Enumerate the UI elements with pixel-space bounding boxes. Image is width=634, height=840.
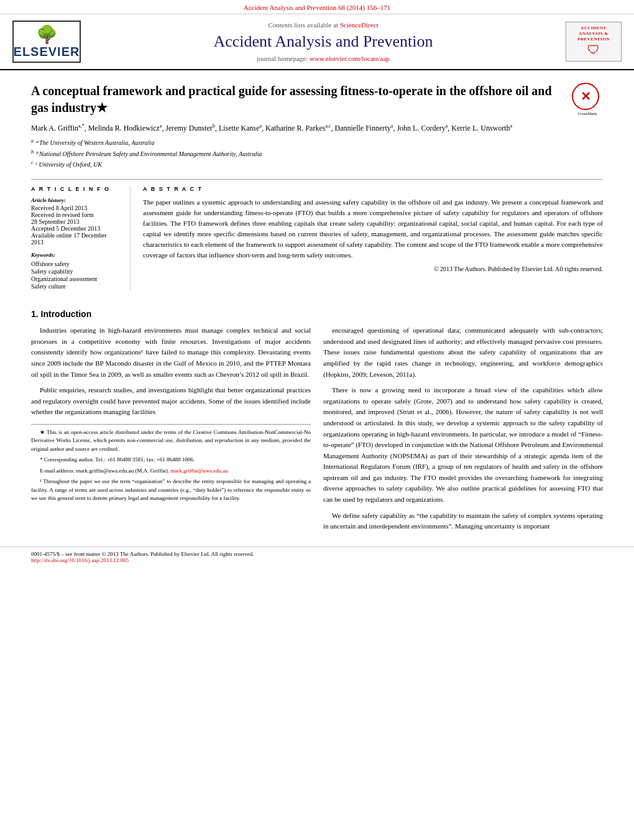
keyword-2: Safety capability bbox=[31, 268, 121, 275]
revised-date: 28 September 2013 bbox=[31, 218, 121, 225]
affiliation-a: a ᵃ The University of Western Australia,… bbox=[31, 137, 603, 148]
contents-line: Contents lists available at ScienceDirec… bbox=[93, 21, 553, 29]
footnote-1: ¹ Throughout the paper we use the term “… bbox=[31, 478, 311, 503]
footer-license: 0001-4575/$ – see front matter © 2013 Th… bbox=[31, 551, 603, 557]
badge-title: ACCIDENTANALYSIS &PREVENTION bbox=[577, 25, 610, 42]
article-title: A conceptual framework and practical gui… bbox=[31, 83, 559, 116]
crossmark-label: CrossMark bbox=[572, 111, 603, 116]
info-abstract-row: A R T I C L E I N F O Article history: R… bbox=[31, 179, 603, 290]
available-date: Available online 17 December 2013 bbox=[31, 232, 121, 246]
page-footer: 0001-4575/$ – see front matter © 2013 Th… bbox=[0, 547, 634, 567]
received-revised-label: Received in revised form bbox=[31, 211, 121, 218]
body-columns: Industries operating in high-hazard envi… bbox=[31, 325, 603, 537]
affiliation-b: b ᵇ National Offshore Petroleum Safety a… bbox=[31, 149, 603, 159]
journal-title-area: Contents lists available at ScienceDirec… bbox=[81, 21, 566, 62]
homepage-line: journal homepage: www.elsevier.com/locat… bbox=[93, 55, 553, 62]
footnote-area: ★ This is an open-access article distrib… bbox=[31, 424, 311, 503]
footer-doi: http://dx.doi.org/10.1016/j.aap.2013.12.… bbox=[31, 557, 603, 563]
crossmark-badge-area: ✕ CrossMark bbox=[572, 83, 603, 116]
homepage-link[interactable]: www.elsevier.com/locate/aap bbox=[310, 55, 390, 62]
elsevier-name: ELSEVIER bbox=[14, 45, 80, 59]
elsevier-logo: 🌳 ELSEVIER bbox=[12, 21, 81, 63]
footnote-email-text: E-mail address: mark.griffin@uwa.edu.au … bbox=[40, 468, 169, 474]
article-info-panel: A R T I C L E I N F O Article history: R… bbox=[31, 186, 131, 290]
intro-para-1: Industries operating in high-hazard envi… bbox=[31, 325, 311, 380]
footnote-star: ★ This is an open-access article distrib… bbox=[31, 428, 311, 454]
sciencedirect-link[interactable]: ScienceDirect bbox=[340, 21, 379, 29]
keyword-4: Safety culture bbox=[31, 283, 121, 290]
article-info-heading: A R T I C L E I N F O bbox=[31, 186, 121, 192]
body-col-right: encouraged questioning of operational da… bbox=[323, 325, 603, 537]
journal-citation: Accident Analysis and Prevention 68 (201… bbox=[0, 0, 634, 14]
journal-header: 🌳 ELSEVIER Contents lists available at S… bbox=[0, 14, 634, 70]
authors-line: Mark A. Griffina,*, Melinda R. Hodkiewic… bbox=[31, 122, 603, 134]
introduction-section: 1. Introduction Industries operating in … bbox=[31, 303, 603, 537]
affiliations: a ᵃ The University of Western Australia,… bbox=[31, 137, 603, 170]
abstract-copyright: © 2013 The Authors. Published by Elsevie… bbox=[143, 265, 603, 272]
footnote-email: E-mail address: mark.griffin@uwa.edu.au … bbox=[31, 467, 311, 476]
keyword-1: Offshore safety bbox=[31, 261, 121, 267]
doi-link[interactable]: http://dx.doi.org/10.1016/j.aap.2013.12.… bbox=[31, 557, 129, 563]
abstract-heading: A B S T R A C T bbox=[143, 186, 603, 192]
crossmark-icon: ✕ bbox=[572, 83, 599, 110]
history-label: Article history: bbox=[31, 197, 121, 203]
intro-para-right-3: We define safety capability as “the capa… bbox=[323, 510, 603, 532]
journal-title: Accident Analysis and Prevention bbox=[93, 32, 553, 51]
received-date: Received 8 April 2013 bbox=[31, 205, 121, 211]
accepted-date: Accepted 5 December 2013 bbox=[31, 225, 121, 232]
journal-badge: ACCIDENTANALYSIS &PREVENTION 🛡 bbox=[566, 22, 622, 62]
abstract-text: The paper outlines a systemic approach t… bbox=[143, 197, 603, 261]
abstract-panel: A B S T R A C T The paper outlines a sys… bbox=[143, 186, 603, 290]
affiliation-c: c ᶜ University of Oxford, UK bbox=[31, 159, 603, 170]
footnote-asterisk: * Corresponding author. Tel.: +61 86488 … bbox=[31, 456, 311, 464]
body-col-left: Industries operating in high-hazard envi… bbox=[31, 325, 311, 537]
title-row: A conceptual framework and practical gui… bbox=[31, 83, 603, 116]
article-area: A conceptual framework and practical gui… bbox=[0, 70, 634, 537]
intro-para-right-2: There is now a growing need to incorpora… bbox=[323, 385, 603, 505]
intro-para-right-1: encouraged questioning of operational da… bbox=[323, 325, 603, 380]
keyword-3: Organizational assessment bbox=[31, 275, 121, 282]
keywords-label: Keywords: bbox=[31, 252, 121, 258]
elsevier-tree-icon: 🌳 bbox=[36, 24, 58, 45]
badge-icon: 🛡 bbox=[569, 43, 618, 57]
intro-heading: 1. Introduction bbox=[31, 309, 603, 319]
intro-para-2: Public enquiries, research studies, and … bbox=[31, 385, 311, 418]
email-link[interactable]: mark.griffin@uwa.edu.au bbox=[170, 468, 228, 474]
citation-text: Accident Analysis and Prevention 68 (201… bbox=[244, 4, 390, 11]
